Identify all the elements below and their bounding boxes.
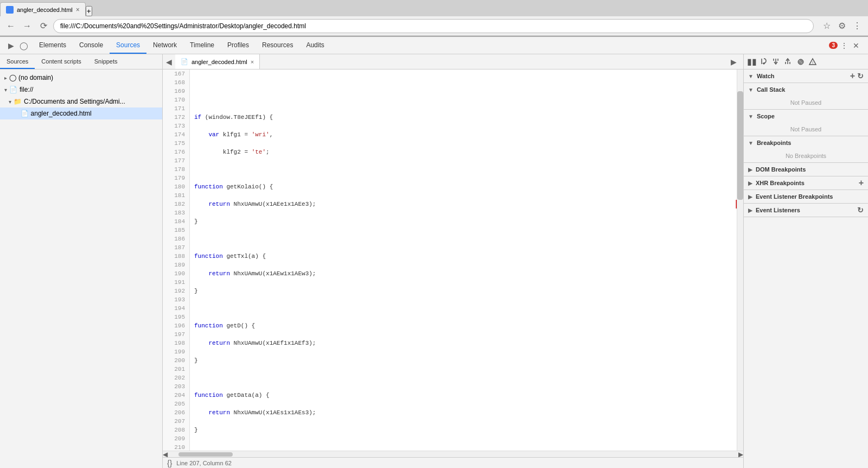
code-line bbox=[194, 78, 737, 87]
tab-favicon bbox=[6, 6, 14, 14]
watch-label: Watch bbox=[757, 73, 775, 79]
line-num: 195 bbox=[163, 313, 189, 321]
event-listeners-label: Event Listeners bbox=[756, 207, 800, 213]
tree-item-file[interactable]: ▾ 📄 file:// bbox=[0, 84, 162, 96]
svg-text:!: ! bbox=[812, 60, 813, 65]
scrollbar-thumb[interactable] bbox=[737, 91, 743, 200]
code-file-tab[interactable]: 📄 angler_decoded.html × bbox=[175, 54, 260, 69]
sidebar-tab-snippets[interactable]: Snippets bbox=[88, 54, 124, 69]
devtools-close-button[interactable]: ✕ bbox=[851, 40, 861, 51]
xhr-breakpoints-add-button[interactable]: + bbox=[859, 178, 864, 188]
code-line: return NhxUAmwU(x1AEs1x1AEs3); bbox=[194, 408, 737, 417]
line-numbers: 167 168 169 170 171 172 173 174 175 176 … bbox=[163, 69, 190, 451]
code-hscroll[interactable]: ◀ ▶ bbox=[163, 451, 743, 457]
line-num: 210 bbox=[163, 443, 189, 451]
line-num: 193 bbox=[163, 295, 189, 304]
line-num: 199 bbox=[163, 347, 189, 356]
tab-profiles[interactable]: Profiles bbox=[221, 37, 256, 54]
code-line: return NhxUAmwU(x1AEw1x1AEw3); bbox=[194, 269, 737, 278]
tab-timeline[interactable]: Timeline bbox=[183, 37, 221, 54]
file-icon: 📄 bbox=[9, 86, 17, 93]
step-into-button[interactable] bbox=[770, 56, 782, 68]
code-tab-close[interactable]: × bbox=[251, 59, 254, 65]
devtools-more-button[interactable]: ⋮ bbox=[839, 40, 850, 51]
code-line: function getD() { bbox=[194, 321, 737, 330]
scope-section: ▼ Scope Not Paused bbox=[744, 110, 868, 136]
event-listeners-refresh-button[interactable]: ↻ bbox=[857, 206, 864, 214]
tab-close-btn[interactable]: × bbox=[76, 6, 80, 14]
device-mode-button[interactable]: ◯ bbox=[18, 40, 29, 51]
tab-sources[interactable]: Sources bbox=[110, 37, 146, 54]
file-tab-icon: 📄 bbox=[181, 58, 188, 65]
status-text: Line 207, Column 62 bbox=[176, 460, 232, 466]
code-line: } bbox=[194, 217, 737, 226]
devtools-right-icons: 3 ⋮ ✕ bbox=[825, 40, 866, 51]
line-num: 190 bbox=[163, 269, 189, 278]
scope-content: Not Paused bbox=[744, 123, 868, 136]
tree-label: C:/Documents and Settings/Admi... bbox=[24, 98, 125, 105]
call-stack-content: Not Paused bbox=[744, 96, 868, 109]
sources-sidebar-tabs: Sources Content scripts Snippets bbox=[0, 54, 162, 69]
code-tab-actions: ▶ bbox=[728, 56, 743, 67]
xhr-breakpoints-label: XHR Breakpoints bbox=[756, 180, 805, 186]
code-area[interactable]: 167 168 169 170 171 172 173 174 175 176 … bbox=[163, 69, 743, 451]
hscroll-thumb[interactable] bbox=[178, 452, 233, 457]
forward-button[interactable]: → bbox=[21, 20, 34, 33]
call-stack-expand-arrow: ▼ bbox=[748, 87, 754, 93]
line-num: 208 bbox=[163, 426, 189, 434]
breakpoints-section-header[interactable]: ▼ Breakpoints bbox=[744, 136, 868, 149]
tab-console[interactable]: Console bbox=[73, 37, 110, 54]
event-listeners-expand-arrow: ▶ bbox=[748, 207, 752, 213]
line-num: 207 bbox=[163, 417, 189, 426]
browser-tab[interactable]: angler_decoded.html × bbox=[0, 2, 86, 16]
tree-item-folder[interactable]: ▾ 📁 C:/Documents and Settings/Admi... bbox=[0, 96, 162, 107]
sidebar-tab-content-scripts[interactable]: Content scripts bbox=[35, 54, 87, 69]
watch-refresh-button[interactable]: ↻ bbox=[857, 72, 864, 80]
tab-audits[interactable]: Audits bbox=[299, 37, 330, 54]
line-num: 169 bbox=[163, 87, 189, 96]
inspect-element-button[interactable]: ▶ bbox=[5, 40, 16, 51]
tab-title: angler_decoded.html bbox=[17, 7, 73, 13]
bookmark-button[interactable]: ☆ bbox=[820, 20, 833, 33]
line-num: 202 bbox=[163, 374, 189, 382]
new-tab-button[interactable]: + bbox=[86, 6, 92, 16]
deactivate-button[interactable] bbox=[795, 56, 807, 68]
step-over-button[interactable] bbox=[758, 56, 770, 68]
code-line bbox=[194, 235, 737, 243]
event-listeners-header[interactable]: ▶ Event Listeners ↻ bbox=[744, 204, 868, 217]
code-content[interactable]: if (window.T8eJEEf1) { var klfg1 = 'wri'… bbox=[190, 69, 737, 451]
step-out-button[interactable] bbox=[782, 56, 794, 68]
line-num: 170 bbox=[163, 96, 189, 104]
tree-arrow bbox=[15, 111, 18, 117]
extension-button[interactable]: ⚙ bbox=[835, 20, 848, 33]
sidebar-tab-sources[interactable]: Sources bbox=[0, 54, 35, 69]
watch-add-button[interactable]: + bbox=[850, 71, 855, 81]
tab-elements[interactable]: Elements bbox=[33, 37, 73, 54]
tab-resources[interactable]: Resources bbox=[256, 37, 299, 54]
dom-breakpoints-header[interactable]: ▶ DOM Breakpoints bbox=[744, 163, 868, 176]
line-num: 184 bbox=[163, 217, 189, 226]
watch-section-header[interactable]: ▼ Watch + ↻ bbox=[744, 69, 868, 83]
code-line: function getData(a) { bbox=[194, 391, 737, 400]
line-num: 205 bbox=[163, 400, 189, 408]
call-stack-section-header[interactable]: ▼ Call Stack bbox=[744, 83, 868, 96]
menu-button[interactable]: ⋮ bbox=[851, 20, 864, 33]
reload-button[interactable]: ⟳ bbox=[37, 20, 50, 33]
code-line bbox=[194, 443, 737, 451]
tree-item-no-domain[interactable]: ▸ ◯ (no domain) bbox=[0, 72, 162, 84]
address-bar[interactable] bbox=[53, 19, 814, 33]
scope-section-header[interactable]: ▼ Scope bbox=[744, 110, 868, 123]
code-tab-left-arrow[interactable]: ◀ bbox=[163, 58, 175, 66]
code-scrollbar[interactable] bbox=[737, 69, 743, 451]
pause-resume-button[interactable]: ▮▮ bbox=[746, 56, 758, 68]
tree-item-html-file[interactable]: 📄 angler_decoded.html bbox=[0, 107, 162, 119]
dom-breakpoints-label: DOM Breakpoints bbox=[756, 166, 806, 173]
event-listener-breakpoints-header[interactable]: ▶ Event Listener Breakpoints bbox=[744, 190, 868, 203]
back-button[interactable]: ← bbox=[4, 20, 17, 33]
tab-action-btn[interactable]: ▶ bbox=[728, 56, 739, 67]
xhr-breakpoints-header[interactable]: ▶ XHR Breakpoints + bbox=[744, 176, 868, 189]
pause-on-exception-button[interactable]: ! bbox=[807, 56, 819, 68]
line-num: 201 bbox=[163, 365, 189, 374]
call-stack-label: Call Stack bbox=[757, 86, 786, 93]
tab-network[interactable]: Network bbox=[146, 37, 183, 54]
